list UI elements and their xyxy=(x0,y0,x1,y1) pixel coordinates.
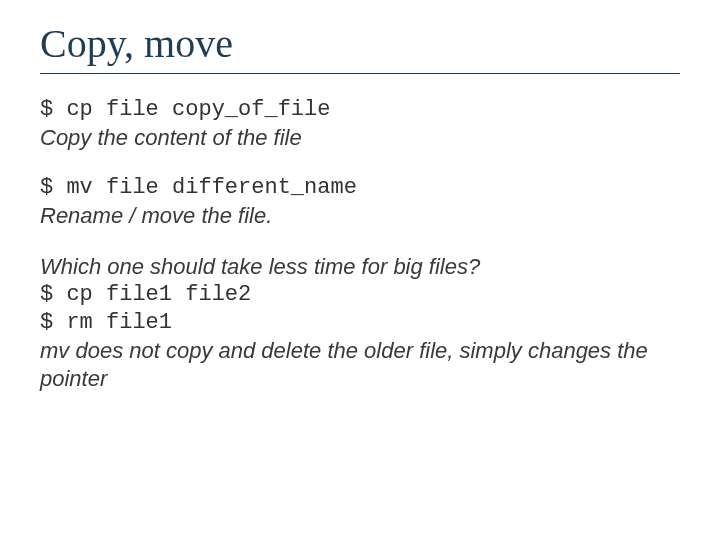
slide-title: Copy, move xyxy=(40,20,680,74)
question-block: Which one should take less time for big … xyxy=(40,253,680,394)
cp-example-command: $ cp file1 file2 xyxy=(40,281,680,309)
slide: Copy, move $ cp file copy_of_file Copy t… xyxy=(0,0,720,540)
cp-block: $ cp file copy_of_file Copy the content … xyxy=(40,96,680,152)
cp-command: $ cp file copy_of_file xyxy=(40,96,680,124)
cp-description: Copy the content of the file xyxy=(40,124,680,152)
mv-description: Rename / move the file. xyxy=(40,202,680,230)
mv-block: $ mv file different_name Rename / move t… xyxy=(40,174,680,230)
mv-command: $ mv file different_name xyxy=(40,174,680,202)
rm-example-command: $ rm file1 xyxy=(40,309,680,337)
answer-text: mv does not copy and delete the older fi… xyxy=(40,337,680,393)
question-text: Which one should take less time for big … xyxy=(40,253,680,281)
